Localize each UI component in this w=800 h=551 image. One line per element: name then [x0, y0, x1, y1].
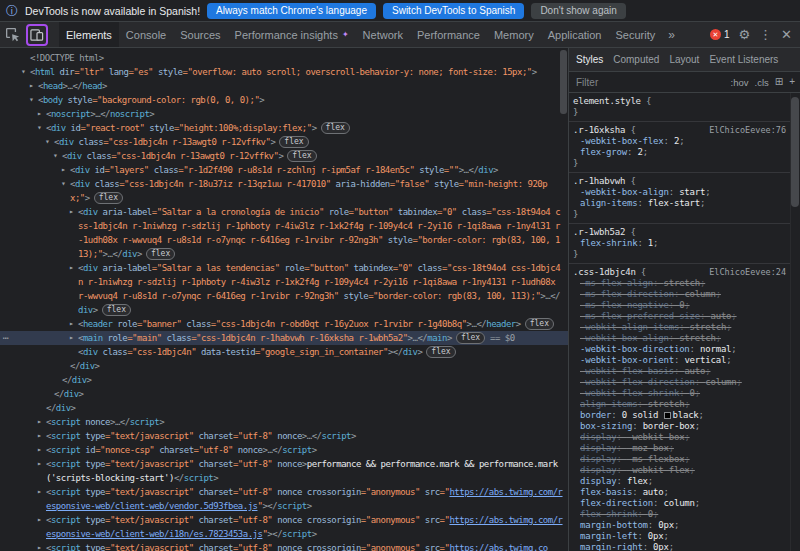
stylesheet-link[interactable]: ElChicoEevee:76	[709, 125, 786, 136]
css-property[interactable]: -webkit-box-direction: normal;	[573, 344, 788, 355]
tree-node[interactable]: ▸<script id="nonce-csp" charset="utf-8" …	[0, 443, 568, 457]
css-property[interactable]: flex-direction: column;	[573, 498, 788, 509]
css-property[interactable]: display: -ms-flexbox;	[573, 454, 788, 465]
css-property[interactable]: border: 0 solid black;	[573, 410, 788, 421]
expand-arrow-expanded[interactable]: ▾	[61, 177, 65, 191]
css-selector[interactable]: .css-1dbjc4n	[573, 267, 636, 277]
css-selector[interactable]: .r-1wbh5a2	[573, 227, 625, 237]
expand-arrow-collapsed[interactable]: ▸	[37, 429, 41, 443]
elements-scrollbar-thumb[interactable]	[560, 50, 567, 114]
styles-scrollbar-track[interactable]	[790, 93, 800, 551]
expand-arrow-expanded[interactable]: ▾	[45, 135, 49, 149]
element-state-panel-icon[interactable]: ⊞	[775, 77, 783, 87]
expand-arrow-collapsed[interactable]: ▸	[37, 107, 41, 121]
css-rule[interactable]: .r-1wbh5a2 {flex-shrink: 1;}	[569, 224, 790, 264]
css-selector[interactable]: .r-16xksha	[573, 125, 625, 135]
flex-badge[interactable]: flex	[321, 122, 350, 134]
styles-scrollbar-thumb[interactable]	[791, 97, 799, 207]
tree-node[interactable]: ▸<div aria-label="Saltar a la cronología…	[0, 205, 568, 261]
css-property[interactable]: margin-left: 0px;	[573, 531, 788, 542]
flex-badge[interactable]: flex	[287, 150, 316, 162]
css-property[interactable]: flex-basis: auto;	[573, 487, 788, 498]
css-property[interactable]: display: flex;	[573, 476, 788, 487]
tree-node[interactable]: ▸<script type="text/javascript" charset=…	[0, 429, 568, 443]
pseudo-state-toggle[interactable]: :hov	[731, 77, 749, 88]
more-options-kebab-icon[interactable]: ⋮	[759, 28, 772, 41]
css-property[interactable]: -webkit-flex-direction: column;	[573, 377, 788, 388]
tree-node[interactable]: ▾<html dir="ltr" lang="es" style="overfl…	[0, 65, 568, 79]
tree-node[interactable]: ▸<script type="text/javascript" charset=…	[0, 513, 568, 541]
tree-node[interactable]: </div>	[0, 401, 568, 415]
css-rule[interactable]: .css-1dbjc4n {ElChicoEevee:24-ms-flex-al…	[569, 264, 790, 551]
sidebar-tab-computed[interactable]: Computed	[608, 54, 664, 65]
tree-node[interactable]: ▸<header role="banner" class="css-1dbjc4…	[0, 317, 568, 331]
flex-badge[interactable]: flex	[426, 346, 455, 358]
css-property[interactable]: -webkit-box-align: start;	[573, 187, 788, 198]
tree-node[interactable]: ▸<div id="layers" class="r-1d2f490 r-u8s…	[0, 163, 568, 177]
new-style-rule-icon[interactable]: +	[789, 77, 795, 87]
tab-security[interactable]: Security	[609, 22, 663, 47]
close-icon[interactable]: ✕	[781, 28, 792, 41]
tab-elements[interactable]: Elements	[59, 22, 119, 47]
css-selector[interactable]: .r-1habvwh	[573, 176, 625, 186]
tab-memory[interactable]: Memory	[487, 22, 541, 47]
tree-node[interactable]: ▸<script type="text/javascript" charset=…	[0, 457, 568, 485]
flex-badge[interactable]: flex	[279, 136, 308, 148]
css-property[interactable]: display: -moz-box;	[573, 443, 788, 454]
expand-arrow-expanded[interactable]: ▾	[29, 93, 33, 107]
tree-node[interactable]: ▸<div aria-label="Saltar a las tendencia…	[0, 261, 568, 317]
always-match-chrome-s-language-button[interactable]: Always match Chrome's language	[207, 3, 376, 19]
node-menu-dots-icon[interactable]: ⋯	[3, 331, 8, 345]
tab-console[interactable]: Console	[119, 22, 173, 47]
css-property[interactable]: margin-right: 0px;	[573, 542, 788, 551]
tree-node[interactable]: ▸<head>…</head>	[0, 79, 568, 93]
flex-badge[interactable]: flex	[456, 332, 485, 344]
tree-node[interactable]: </div>	[0, 359, 568, 373]
css-rule[interactable]: .r-1habvwh {-webkit-box-align: start;ali…	[569, 173, 790, 224]
css-property[interactable]: -webkit-flex-basis: auto;	[573, 366, 788, 377]
css-property[interactable]: -ms-flex-preferred-size: auto;	[573, 311, 788, 322]
tab-application[interactable]: Application	[541, 22, 609, 47]
tree-node[interactable]: ▾<div class="css-1dbjc4n r-13awgt0 r-12v…	[0, 135, 568, 149]
flex-badge[interactable]: flex	[146, 248, 175, 260]
css-property[interactable]: box-sizing: border-box;	[573, 421, 788, 432]
tab-performance[interactable]: Performance	[410, 22, 487, 47]
expand-arrow-collapsed[interactable]: ▸	[37, 415, 41, 429]
console-error-badge[interactable]: ✕ 1	[710, 29, 730, 40]
tree-node[interactable]: <div class="css-1dbjc4n" data-testid="go…	[0, 345, 568, 359]
css-property[interactable]: display: -webkit-flex;	[573, 465, 788, 476]
styles-filter-input[interactable]	[574, 76, 725, 89]
tree-node[interactable]: ▸<script nonce>…</script>	[0, 415, 568, 429]
expand-arrow-collapsed[interactable]: ▸	[37, 443, 41, 457]
css-property[interactable]: align-items: flex-start;	[573, 198, 788, 209]
css-property[interactable]: flex-shrink: 1;	[573, 238, 788, 249]
expand-arrow-collapsed[interactable]: ▸	[37, 541, 41, 551]
tree-node[interactable]: ▸<noscript>…</noscript>	[0, 107, 568, 121]
tree-node[interactable]: </div>	[0, 387, 568, 401]
expand-arrow-collapsed[interactable]: ▸	[37, 457, 41, 471]
expand-arrow-collapsed[interactable]: ▸	[69, 317, 73, 331]
flex-badge[interactable]: flex	[525, 318, 554, 330]
settings-gear-icon[interactable]: ⚙	[738, 28, 750, 41]
css-property[interactable]: flex-shrink: 0;	[573, 509, 788, 520]
css-property[interactable]: align-items: stretch;	[573, 399, 788, 410]
tab-performance-insights[interactable]: Performance insights✦	[228, 22, 356, 47]
css-property[interactable]: -ms-flex-align: stretch;	[573, 278, 788, 289]
tree-node[interactable]: ▸⋯<main role="main" class="css-1dbjc4n r…	[0, 331, 568, 345]
resource-link[interactable]: https://abs.twimg.co	[449, 543, 547, 551]
more-tabs-chevron[interactable]: »	[662, 22, 681, 47]
tree-node[interactable]: ▾<div class="css-1dbjc4n r-18u37iz r-13q…	[0, 177, 568, 205]
tab-sources[interactable]: Sources	[173, 22, 227, 47]
expand-arrow-expanded[interactable]: ▾	[37, 121, 41, 135]
sidebar-tab-event-listeners[interactable]: Event Listeners	[704, 54, 783, 65]
css-property[interactable]: -webkit-box-orient: vertical;	[573, 355, 788, 366]
tree-node[interactable]: ▾<div id="react-root" style="height:100%…	[0, 121, 568, 135]
css-property[interactable]: -webkit-box-align: stretch;	[573, 333, 788, 344]
css-property[interactable]: flex-grow: 2;	[573, 147, 788, 158]
expand-arrow-collapsed[interactable]: ▸	[69, 331, 73, 345]
tree-node[interactable]: ▾<body style="background-color: rgb(0, 0…	[0, 93, 568, 107]
flex-badge[interactable]: flex	[94, 192, 123, 204]
tree-node[interactable]: ▸<script type="text/javascript" charset=…	[0, 485, 568, 513]
expand-arrow-collapsed[interactable]: ▸	[69, 205, 73, 219]
css-selector[interactable]: element.style	[573, 96, 641, 106]
